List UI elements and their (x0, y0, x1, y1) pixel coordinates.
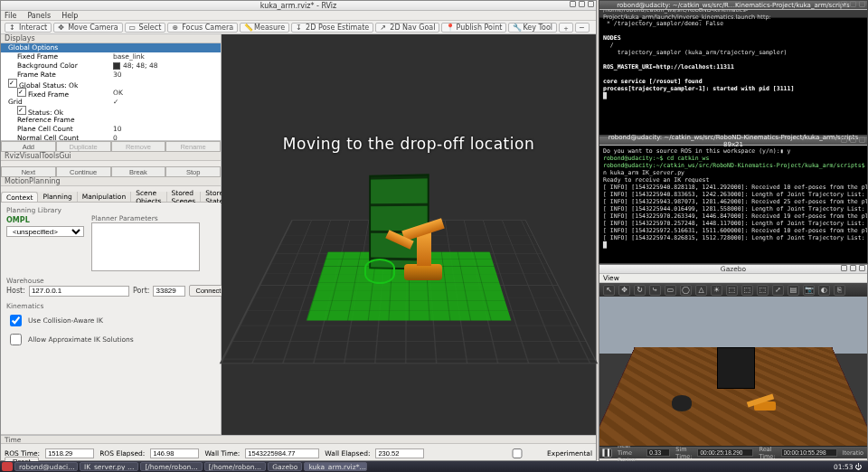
terminal-1-titlebar[interactable]: robond@udacity: ~/catkin_ws/src/R…Kinema… (599, 1, 867, 10)
gazebo-tool-button[interactable]: ◯ (680, 285, 692, 296)
realtime-label: Real Time: (759, 446, 775, 460)
stop-button[interactable]: Stop (165, 166, 221, 177)
gazebo-menu-view[interactable]: View (603, 274, 619, 282)
toolbar-focus-camera[interactable]: ⊕Focus Camera (167, 23, 238, 33)
minimize-icon[interactable] (570, 1, 576, 7)
tab-manipulation[interactable]: Manipulation (78, 192, 131, 202)
taskbar-item[interactable]: kuka_arm.rviz*… (304, 462, 367, 471)
prop-row[interactable]: Background Color48; 48; 48 (1, 61, 221, 71)
prop-row[interactable]: Fixed FrameOK (1, 89, 221, 98)
gazebo-tool-button[interactable]: ✥ (618, 285, 630, 296)
collision-aware-ik-checkbox[interactable] (10, 315, 22, 326)
toolbar-btn[interactable]: ＋ (559, 23, 573, 33)
host-input[interactable] (29, 286, 129, 297)
gazebo-tool-button[interactable]: ⬚ (741, 285, 753, 296)
approx-ik-checkbox[interactable] (10, 334, 22, 345)
rviz-3d-view[interactable]: Moving to the drop-off location (222, 34, 596, 435)
ros-elapsed-value[interactable] (150, 448, 199, 458)
experimental-check[interactable]: Experimental (489, 446, 592, 461)
terminal-1-body[interactable]: * /trajectory_sampler/demo: False NODES … (599, 18, 867, 101)
next-button[interactable]: Next (1, 166, 56, 177)
taskbar-item[interactable]: [/home/robon… (140, 462, 202, 471)
gazebo-tool-button[interactable]: ▭ (665, 285, 676, 296)
maximize-icon[interactable] (850, 265, 856, 271)
toolbar-key-tool[interactable]: 🔧Key Tool (508, 23, 557, 33)
gazebo-tool-button[interactable]: ⤢ (772, 285, 784, 296)
gazebo-tool-button[interactable]: △ (695, 285, 707, 296)
prop-row[interactable]: Fixed Framebase_link (1, 52, 221, 61)
toolbar-2d-pose-estimate[interactable]: ↧2D Pose Estimate (291, 23, 373, 33)
prop-row[interactable]: Status: Ok (1, 107, 221, 116)
prop-row[interactable]: Plane Cell Count10 (1, 125, 221, 134)
experimental-checkbox[interactable] (493, 448, 542, 458)
gazebo-tool-button[interactable]: ↖ (603, 285, 615, 296)
minimize-icon[interactable] (841, 137, 847, 143)
approx-ik-check[interactable]: Allow Approximate IK Solutions (6, 331, 215, 348)
toolbar-icon: 🔧 (513, 24, 520, 31)
break-button[interactable]: Break (111, 166, 166, 177)
gazebo-tool-button[interactable]: ☀ (711, 285, 722, 296)
menu-panels[interactable]: Panels (27, 12, 51, 20)
menu-file[interactable]: File (5, 12, 16, 20)
simtime-value[interactable] (697, 448, 753, 457)
toolbar-btn[interactable]: − (575, 23, 590, 33)
toolbar-select[interactable]: ▭Select (125, 23, 166, 33)
gazebo-tool-button[interactable]: ◐ (818, 285, 830, 296)
gazebo-tool-button[interactable]: ▤ (788, 285, 799, 296)
maximize-icon[interactable] (579, 1, 585, 7)
taskbar-item[interactable]: [/home/robon… (204, 462, 266, 471)
prop-row[interactable]: Reference Frame (1, 116, 221, 125)
close-icon[interactable] (859, 1, 865, 7)
planner-params-list[interactable] (91, 222, 200, 271)
toolbar-interact[interactable]: ↕Interact (5, 23, 52, 33)
add-button[interactable]: Add (1, 141, 56, 152)
gazebo-tool-button[interactable]: ⬚ (726, 285, 738, 296)
tab-stored-scenes[interactable]: Stored Scenes (167, 192, 202, 202)
wall-time-value[interactable] (245, 448, 319, 458)
taskbar-item[interactable]: IK_server.py … (80, 462, 138, 471)
gazebo-titlebar[interactable]: Gazebo (599, 265, 867, 274)
gazebo-statusbar: ▍▍ Real Time Factor: Sim Time: Real Time… (599, 446, 867, 458)
gazebo-3d-view[interactable] (599, 297, 867, 446)
realtime-value[interactable] (781, 448, 837, 457)
ros-time-value[interactable] (45, 448, 94, 458)
taskbar-item[interactable]: Gazebo (268, 462, 302, 471)
terminal-2-titlebar[interactable]: robond@udacity: ~/catkin_ws/src/RoboND-K… (599, 137, 867, 146)
tab-scene-objects[interactable]: Scene Objects (131, 192, 166, 202)
pause-button[interactable]: ▍▍ (603, 448, 612, 458)
prop-row[interactable]: Global Options (1, 43, 221, 52)
gazebo-tool-button[interactable]: ⎘ (834, 285, 845, 296)
planner-select[interactable]: <unspecified> (6, 226, 84, 237)
toolbar-publish-point[interactable]: 📍Publish Point (441, 23, 506, 33)
gazebo-tool-button[interactable]: ↻ (634, 285, 646, 296)
rtf-value[interactable] (646, 448, 670, 457)
toolbar-move-camera[interactable]: ✥Move Camera (53, 23, 122, 33)
taskbar-item[interactable]: robond@udaci… (14, 462, 78, 471)
close-icon[interactable] (859, 265, 865, 271)
close-icon[interactable] (588, 1, 594, 7)
prop-row[interactable]: Normal Cell Count0 (1, 134, 221, 141)
toolbar-measure[interactable]: 📏Measure (240, 23, 289, 33)
terminal-2-body[interactable]: Do you want to source ROS in this worksp… (599, 146, 867, 250)
port-input[interactable] (153, 286, 185, 297)
wall-elapsed-value[interactable] (375, 448, 424, 458)
toolbar-2d-nav-goal[interactable]: ↗2D Nav Goal (375, 23, 439, 33)
gazebo-tool-button[interactable]: 📷 (803, 285, 815, 296)
gazebo-tool-button[interactable]: ⬚ (757, 285, 769, 296)
menu-help[interactable]: Help (61, 12, 78, 20)
terminal-1-tab[interactable]: /home/robond/catkin_ws/src/RoboND-Kinema… (599, 10, 867, 18)
tab-context[interactable]: Context (1, 192, 38, 202)
taskbar-clock[interactable]: 01:53 ⏻ (834, 463, 866, 471)
gazebo-tool-button[interactable]: ⤷ (649, 285, 661, 296)
close-icon[interactable] (859, 137, 865, 143)
minimize-icon[interactable] (841, 265, 847, 271)
rviz-titlebar[interactable]: kuka_arm.rviz* - RViz (1, 1, 596, 11)
maximize-icon[interactable] (850, 137, 856, 143)
continue-button[interactable]: Continue (56, 166, 111, 177)
collision-aware-ik-check[interactable]: Use Collision-Aware IK (6, 312, 215, 329)
maximize-icon[interactable] (850, 1, 856, 7)
start-menu-icon[interactable] (2, 462, 13, 471)
minimize-icon[interactable] (841, 1, 847, 7)
property-tree[interactable]: Global OptionsFixed Framebase_linkBackgr… (1, 43, 221, 141)
tab-planning[interactable]: Planning (38, 192, 77, 202)
